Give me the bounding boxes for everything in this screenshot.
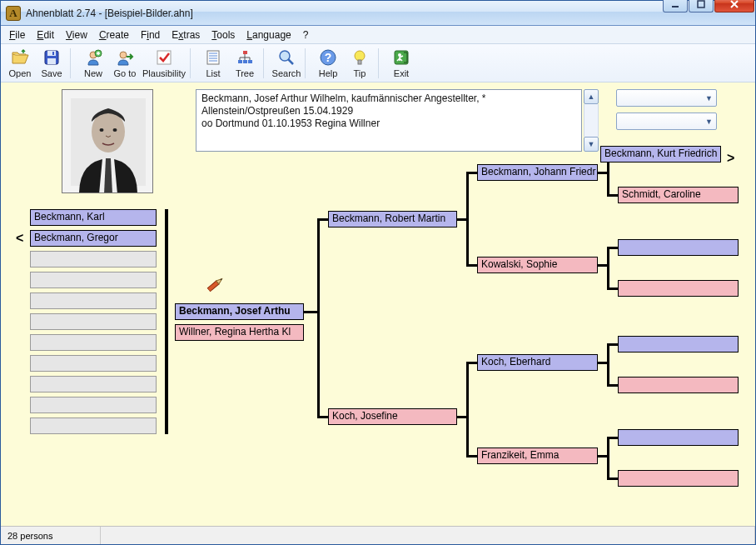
menu-find[interactable]: Find xyxy=(136,28,165,42)
search-button[interactable]: Search xyxy=(271,46,302,81)
person-portrait[interactable] xyxy=(62,89,153,193)
save-button[interactable]: Save xyxy=(36,46,67,81)
tree-empty-male[interactable] xyxy=(618,239,739,256)
status-cell xyxy=(101,527,755,544)
connector xyxy=(466,362,469,458)
svg-rect-4 xyxy=(47,58,56,64)
menu-file[interactable]: File xyxy=(4,28,30,42)
svg-rect-16 xyxy=(238,60,242,63)
exit-button[interactable]: Exit xyxy=(385,46,417,81)
goto-button[interactable]: Go to xyxy=(109,46,141,81)
tree-father[interactable]: Beckmann, Robert Martin xyxy=(328,211,457,228)
connector xyxy=(466,172,469,267)
menu-language[interactable]: Language xyxy=(241,28,296,42)
connector xyxy=(607,478,618,480)
toolbar-separator xyxy=(70,48,75,78)
connector xyxy=(607,247,609,290)
list-button[interactable]: List xyxy=(197,46,229,81)
tree-empty-female[interactable] xyxy=(618,377,739,393)
scroll-up-button[interactable]: ▲ xyxy=(584,89,599,104)
sidelist-empty[interactable] xyxy=(30,334,157,351)
sidelist-empty[interactable] xyxy=(30,251,157,268)
window-buttons xyxy=(663,0,755,12)
tree-empty-female[interactable] xyxy=(618,280,739,297)
tree-greatgrandmother[interactable]: Schmidt, Caroline xyxy=(618,187,739,203)
svg-rect-9 xyxy=(157,51,171,64)
toolbar-separator xyxy=(378,48,383,78)
nav-left-arrow[interactable]: < xyxy=(16,231,23,246)
filter-combo-2[interactable]: ▼ xyxy=(616,112,717,130)
detail-line: Beckmann, Josef Arthur Wilhelm, kaufmänn… xyxy=(201,92,576,105)
svg-point-26 xyxy=(398,53,401,57)
connector xyxy=(317,416,328,418)
detail-line: oo Dortmund 01.10.1953 Regina Willner xyxy=(201,118,576,130)
minimize-button[interactable] xyxy=(663,0,688,12)
menu-tools[interactable]: Tools xyxy=(206,28,240,42)
tree-empty-female[interactable] xyxy=(618,470,739,487)
menu-extras[interactable]: Extras xyxy=(167,28,205,42)
svg-rect-15 xyxy=(243,51,247,54)
toolbar: Open Save New Go to Plausibility xyxy=(1,44,755,82)
sidelist-empty[interactable] xyxy=(30,272,157,288)
check-icon xyxy=(155,48,173,67)
tree-focus-person[interactable]: Beckmann, Josef Arthu xyxy=(175,303,304,320)
titlebar: A Ahnenblatt 2.74 - [Beispiel-Bilder.ahn… xyxy=(1,1,755,26)
detail-line: Allenstein/Ostpreußen 15.04.1929 xyxy=(201,105,576,118)
svg-rect-17 xyxy=(243,60,247,63)
svg-line-20 xyxy=(288,59,293,64)
help-button[interactable]: ? Help xyxy=(312,46,344,81)
nav-right-arrow[interactable]: > xyxy=(727,151,734,166)
toolbar-separator xyxy=(263,48,268,78)
tree-focus-spouse[interactable]: Willner, Regina Hertha Kl xyxy=(175,324,304,341)
sidelist-empty[interactable] xyxy=(30,292,157,309)
new-button[interactable]: New xyxy=(77,46,109,81)
status-persons: 28 persons xyxy=(1,527,101,544)
connector xyxy=(607,437,618,439)
menu-create[interactable]: Create xyxy=(94,28,134,42)
tree-greatgrandfather[interactable]: Beckmann, Kurt Friedrich xyxy=(600,146,721,162)
tree-grandfather-maternal[interactable]: Koch, Eberhard xyxy=(477,354,598,371)
sidelist-item[interactable]: Beckmann, Karl xyxy=(30,209,157,226)
svg-rect-18 xyxy=(248,60,252,63)
sidelist-divider xyxy=(165,209,168,434)
menu-view[interactable]: View xyxy=(61,28,92,42)
maximize-button[interactable] xyxy=(689,0,714,12)
connector xyxy=(607,437,609,480)
svg-rect-1 xyxy=(698,1,704,8)
tree-grandfather-paternal[interactable]: Beckmann, Johann Friedr xyxy=(477,164,598,181)
menu-edit[interactable]: Edit xyxy=(32,28,59,42)
sidelist-empty[interactable] xyxy=(30,313,157,330)
workspace: Beckmann, Josef Arthur Wilhelm, kaufmänn… xyxy=(1,82,755,526)
window-title: Ahnenblatt 2.74 - [Beispiel-Bilder.ahn] xyxy=(26,8,663,19)
app-window: A Ahnenblatt 2.74 - [Beispiel-Bilder.ahn… xyxy=(0,0,756,545)
connector xyxy=(466,264,477,267)
sidelist-item[interactable]: Beckmann, Gregor xyxy=(30,230,157,247)
svg-text:?: ? xyxy=(325,51,332,64)
scroll-down-button[interactable]: ▼ xyxy=(584,137,599,152)
svg-point-30 xyxy=(100,128,104,132)
connector xyxy=(607,247,618,249)
tree-empty-male[interactable] xyxy=(618,429,739,446)
app-icon: A xyxy=(6,6,21,21)
filter-combo-1[interactable]: ▼ xyxy=(616,89,717,107)
menu-help[interactable]: ? xyxy=(298,28,314,42)
sidelist-empty[interactable] xyxy=(30,355,157,372)
tree-empty-male[interactable] xyxy=(618,336,739,352)
person-details[interactable]: Beckmann, Josef Arthur Wilhelm, kaufmänn… xyxy=(196,89,582,152)
tree-grandmother-maternal[interactable]: Franzikeit, Emma xyxy=(477,448,598,464)
tip-button[interactable]: Tip xyxy=(344,46,376,81)
sidelist-empty[interactable] xyxy=(30,397,157,413)
pencil-icon xyxy=(206,275,227,296)
plausibility-button[interactable]: Plausibility xyxy=(141,46,187,81)
open-button[interactable]: Open xyxy=(4,46,36,81)
connector xyxy=(466,172,477,174)
sidelist-empty[interactable] xyxy=(30,418,157,434)
bulb-icon xyxy=(351,48,369,67)
tree-grandmother-paternal[interactable]: Kowalski, Sophie xyxy=(477,257,598,273)
close-button[interactable] xyxy=(714,0,754,12)
tree-button[interactable]: Tree xyxy=(229,46,261,81)
scroll-track[interactable] xyxy=(584,104,599,137)
tree-mother[interactable]: Koch, Josefine xyxy=(328,408,457,425)
help-icon: ? xyxy=(319,48,337,67)
sidelist-empty[interactable] xyxy=(30,376,157,392)
